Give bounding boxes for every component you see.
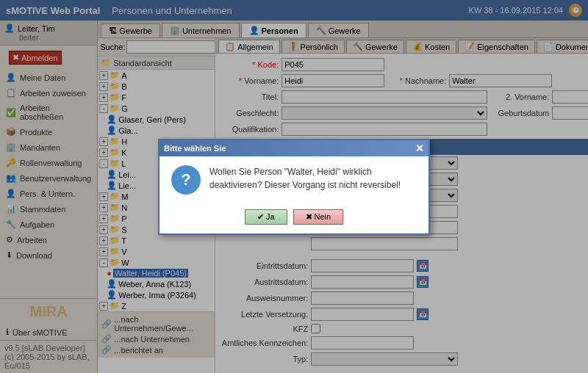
dialog-message: Wollen Sie Person "Walter, Heidi" wirkli… <box>209 165 417 192</box>
x-icon-dialog: ✖ <box>306 212 312 222</box>
dialog-buttons: ✔ Ja ✖ Nein <box>159 203 429 233</box>
dialog-question-icon: ? <box>171 165 201 195</box>
dialog-body: ? Wollen Sie Person "Walter, Heidi" wirk… <box>159 156 429 203</box>
dialog-title: Bitte wählen Sie <box>164 144 226 153</box>
confirm-dialog: Bitte wählen Sie ✕ ? Wollen Sie Person "… <box>158 139 430 235</box>
dialog-title-bar: Bitte wählen Sie ✕ <box>159 140 429 156</box>
dialog-close-button[interactable]: ✕ <box>415 142 424 154</box>
dialog-no-button[interactable]: ✖ Nein <box>293 209 344 225</box>
checkmark-icon: ✔ <box>257 212 264 222</box>
dialog-yes-button[interactable]: ✔ Ja <box>245 209 287 225</box>
dialog-overlay: Bitte wählen Sie ✕ ? Wollen Sie Person "… <box>0 0 588 373</box>
